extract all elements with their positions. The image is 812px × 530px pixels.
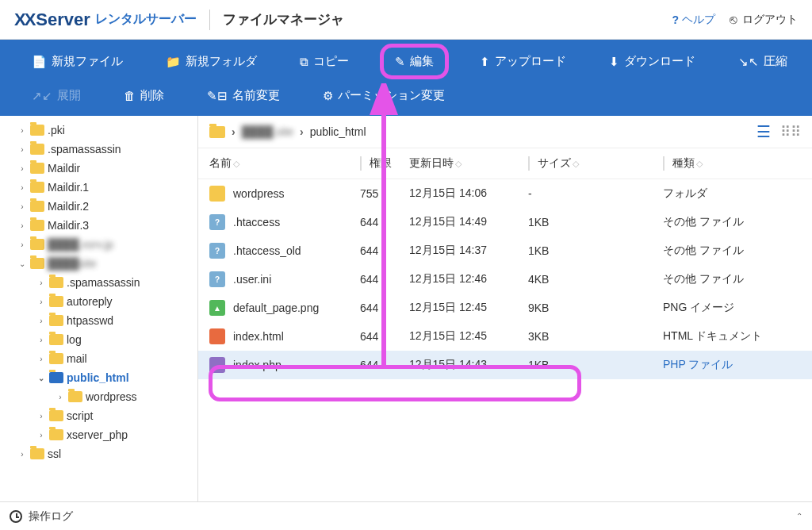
logo-text: XServer [25, 10, 90, 29]
col-perm[interactable]: 権限 [360, 156, 409, 171]
clock-icon [10, 510, 22, 523]
file-row[interactable]: wordpress75512月15日 14:06-フォルダ [198, 179, 812, 208]
col-date[interactable]: 更新日時◇ [409, 156, 528, 171]
caret-icon: › [17, 221, 27, 230]
caret-icon: › [36, 336, 46, 344]
crumb[interactable]: public_html [310, 125, 366, 138]
sidebar-tree[interactable]: ›.pki›.spamassassin›Maildir›Maildir.1›Ma… [0, 116, 198, 530]
tree-item[interactable]: ›.spamassassin [0, 140, 197, 159]
expand-button[interactable]: ↗↙展開 [24, 83, 89, 108]
png-icon: ▲ [209, 300, 225, 316]
logout-icon: ⎋ [730, 13, 737, 27]
file-row[interactable]: index.html64412月15日 12:453KBHTML ドキュメント [198, 322, 812, 351]
compress-button[interactable]: ↘↖圧縮 [730, 49, 795, 74]
tree-item[interactable]: ›autoreply [0, 292, 197, 311]
folder-icon [30, 239, 44, 250]
col-type[interactable]: 種類◇ [663, 156, 801, 171]
file-perm: 755 [360, 187, 409, 200]
trash-icon: 🗑 [124, 89, 136, 102]
file-type: HTML ドキュメント [663, 329, 801, 344]
rename-button[interactable]: ✎⊟名前変更 [199, 83, 288, 108]
col-name[interactable]: 名前◇ [209, 156, 360, 171]
tree-item[interactable]: ›log [0, 330, 197, 349]
folder-icon [30, 144, 44, 155]
tree-item[interactable]: ›Maildir.3 [0, 216, 197, 235]
download-button[interactable]: ⬇ダウンロード [601, 49, 703, 74]
tree-item[interactable]: ⌄public_html [0, 368, 197, 387]
file-row[interactable]: ?.htaccess_old64412月15日 14:371KBその他 ファイル [198, 236, 812, 265]
tree-item[interactable]: ›xserver_php [0, 425, 197, 444]
permission-button[interactable]: ⚙パーミッション変更 [315, 83, 453, 108]
file-name: .user.ini [233, 273, 271, 286]
folder-icon [209, 186, 225, 202]
tree-item[interactable]: ›.pki [0, 121, 197, 140]
view-toggle: ☰ ⠿⠿ [756, 122, 801, 141]
grid-view-icon[interactable]: ⠿⠿ [780, 123, 801, 140]
unknown-icon: ? [209, 243, 225, 259]
tree-item[interactable]: ›wordpress [0, 387, 197, 406]
col-size[interactable]: サイズ◇ [528, 156, 663, 171]
file-perm: 644 [360, 273, 409, 286]
tree-item[interactable]: ›.spamassassin [0, 273, 197, 292]
tree-label: xserver_php [67, 428, 128, 441]
folder-icon [49, 277, 63, 288]
file-row[interactable]: ?.user.ini64412月15日 12:464KBその他 ファイル [198, 265, 812, 294]
help-link[interactable]: ?ヘルプ [672, 13, 715, 27]
tree-item[interactable]: ›████.xsrv.jp [0, 235, 197, 254]
pencil-icon: ✎ [395, 55, 405, 69]
tree-label: Maildir.1 [48, 181, 89, 194]
folder-icon [49, 372, 63, 383]
delete-button[interactable]: 🗑削除 [116, 83, 172, 108]
tree-label: ████.xsrv.jp [48, 238, 113, 251]
tree-item[interactable]: ›Maildir [0, 159, 197, 178]
label: パーミッション変更 [338, 88, 445, 103]
new-file-button[interactable]: 📄新規ファイル [24, 49, 131, 74]
chevron-right-icon: › [300, 125, 304, 138]
file-name: index.php [233, 359, 282, 371]
tree-label: Maildir [48, 162, 80, 175]
tree-label: .spamassassin [48, 143, 121, 156]
folder-plus-icon: 📁 [166, 55, 181, 69]
tree-item[interactable]: ›mail [0, 349, 197, 368]
file-size: 9KB [528, 301, 663, 314]
copy-button[interactable]: ⧉コピー [292, 49, 357, 74]
upload-icon: ⬆ [480, 55, 490, 69]
folder-icon [30, 163, 44, 174]
file-name: .htaccess_old [233, 244, 301, 257]
sliders-icon: ⚙ [323, 89, 333, 103]
help-label: ヘルプ [682, 13, 715, 27]
tree-label: wordpress [86, 390, 137, 403]
file-perm: 644 [360, 301, 409, 314]
folder-icon [209, 126, 225, 138]
logo-subtitle: レンタルサーバー [95, 11, 197, 28]
file-size: 4KB [528, 273, 663, 286]
footer-bar[interactable]: 操作ログ ⌃ [0, 501, 812, 530]
tree-item[interactable]: ›htpasswd [0, 311, 197, 330]
file-size: 1KB [528, 244, 663, 257]
new-folder-button[interactable]: 📁新規フォルダ [158, 49, 265, 74]
file-row[interactable]: ?.htaccess64412月15日 14:491KBその他 ファイル [198, 208, 812, 236]
file-size: 3KB [528, 330, 663, 343]
crumb-blurred[interactable]: ████.site [242, 125, 293, 138]
file-type: PHP ファイル [663, 358, 801, 372]
tree-item[interactable]: ›script [0, 406, 197, 425]
table-header: 名前◇ 権限 更新日時◇ サイズ◇ 種類◇ [198, 148, 812, 179]
logout-link[interactable]: ⎋ログアウト [730, 13, 798, 27]
breadcrumb[interactable]: › ████.site › public_html [209, 125, 366, 138]
list-view-icon[interactable]: ☰ [756, 122, 771, 141]
compress-icon: ↘↖ [738, 55, 759, 69]
php-icon [209, 357, 225, 373]
edit-button[interactable]: ✎編集 [384, 48, 445, 75]
file-row[interactable]: ▲default_page.png64412月15日 12:459KBPNG イ… [198, 294, 812, 322]
upload-button[interactable]: ⬆アップロード [472, 49, 574, 74]
tree-label: public_html [67, 371, 129, 384]
logo: XXServer [14, 10, 90, 30]
tree-label: .spamassassin [67, 276, 140, 289]
tree-item[interactable]: ›Maildir.1 [0, 178, 197, 197]
tree-item[interactable]: ›Maildir.2 [0, 197, 197, 216]
content-header: › ████.site › public_html ☰ ⠿⠿ [198, 116, 812, 148]
label: 新規フォルダ [186, 54, 257, 69]
file-row[interactable]: index.php64412月15日 14:431KBPHP ファイル [198, 351, 812, 379]
tree-item[interactable]: ›ssl [0, 444, 197, 463]
tree-item[interactable]: ⌄████site [0, 254, 197, 273]
